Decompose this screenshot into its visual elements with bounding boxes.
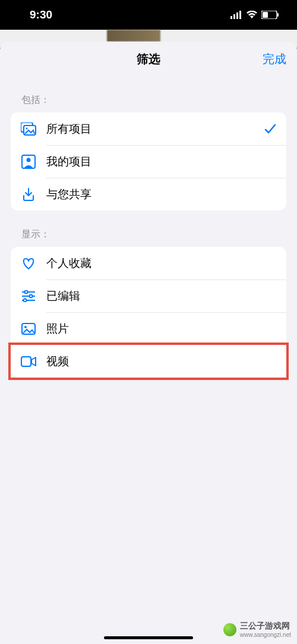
row-label: 与您共享 [46,187,277,202]
svg-point-17 [24,299,27,301]
gallery-icon [20,121,37,137]
row-edited[interactable]: 已编辑 [11,279,286,312]
cellular-icon [230,11,242,19]
svg-point-13 [25,290,28,293]
watermark-logo-icon [223,623,236,636]
show-group: 个人收藏 已编辑 照片 [11,247,286,345]
watermark: 三公子游戏网 www.sangongzi.net [223,621,291,638]
battery-icon [261,11,279,19]
include-group: 所有项目 我的项目 与您共享 [11,112,286,211]
row-label: 我的项目 [46,154,277,169]
row-label: 所有项目 [46,121,264,137]
sheet-title: 筛选 [137,51,160,67]
sheet-header: 筛选 完成 [0,42,297,76]
row-my-items[interactable]: 我的项目 [11,145,286,178]
svg-rect-2 [236,12,238,19]
wifi-icon [246,11,258,19]
watermark-text: 三公子游戏网 [240,621,291,632]
row-videos[interactable]: 视频 [11,345,286,378]
download-icon [20,186,37,203]
row-shared-with-you[interactable]: 与您共享 [11,178,286,211]
svg-rect-0 [230,16,232,19]
row-label: 个人收藏 [46,256,277,271]
status-time: 9:30 [30,8,52,21]
row-photos[interactable]: 照片 [11,312,286,345]
heart-icon [20,255,37,272]
row-all-items[interactable]: 所有项目 [11,112,286,145]
checkmark-icon [264,122,277,136]
sliders-icon [20,288,37,304]
row-label: 照片 [46,321,277,337]
row-favorites[interactable]: 个人收藏 [11,247,286,279]
person-square-icon [20,153,37,170]
status-indicators [230,11,279,19]
video-icon [20,353,37,370]
section-label-include: 包括： [0,76,297,112]
status-bar: 9:30 [0,0,297,30]
svg-point-9 [26,127,28,129]
row-label: 视频 [46,354,277,369]
svg-rect-20 [21,357,31,366]
svg-point-15 [30,294,33,297]
section-label-show: 显示： [0,211,297,247]
row-label: 已编辑 [46,288,277,304]
highlight-annotation: 视频 [8,343,289,380]
svg-rect-5 [263,12,268,18]
svg-rect-3 [239,11,241,19]
svg-rect-1 [233,14,235,19]
done-button[interactable]: 完成 [263,51,286,67]
home-indicator[interactable] [104,636,193,639]
watermark-url: www.sangongzi.net [240,632,291,638]
photo-icon [20,321,37,337]
svg-point-19 [24,326,27,328]
svg-rect-6 [277,13,279,17]
filter-sheet: 筛选 完成 包括： 所有项目 我的项目 与您共享 显示： [0,42,297,644]
svg-point-11 [27,158,31,162]
